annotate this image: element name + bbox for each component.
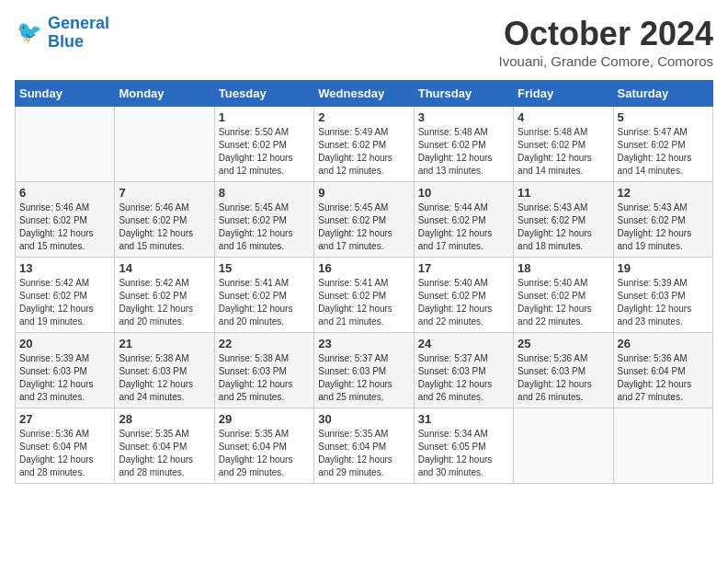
day-info: Sunrise: 5:35 AMSunset: 6:04 PMDaylight:… [318,428,409,479]
day-number: 10 [418,186,509,200]
day-number: 29 [219,412,310,426]
day-info: Sunrise: 5:42 AMSunset: 6:02 PMDaylight:… [119,277,210,328]
month-title: October 2024 [499,15,713,53]
day-info: Sunrise: 5:40 AMSunset: 6:02 PMDaylight:… [518,277,609,328]
day-info: Sunrise: 5:42 AMSunset: 6:02 PMDaylight:… [19,277,110,328]
calendar-week-row: 6 Sunrise: 5:46 AMSunset: 6:02 PMDayligh… [16,182,713,258]
day-number: 16 [318,261,409,275]
day-number: 12 [618,186,709,200]
day-number: 31 [418,412,509,426]
calendar-cell: 15 Sunrise: 5:41 AMSunset: 6:02 PMDaylig… [214,258,313,333]
day-number: 6 [19,186,110,200]
day-number: 17 [418,261,509,275]
calendar-cell: 17 Sunrise: 5:40 AMSunset: 6:02 PMDaylig… [414,258,513,333]
day-number: 1 [219,110,310,124]
calendar-week-row: 27 Sunrise: 5:36 AMSunset: 6:04 PMDaylig… [16,408,713,484]
day-number: 7 [119,186,210,200]
header-day: Thursday [414,81,513,107]
day-info: Sunrise: 5:49 AMSunset: 6:02 PMDaylight:… [318,126,409,178]
header-row: SundayMondayTuesdayWednesdayThursdayFrid… [16,81,713,107]
day-info: Sunrise: 5:35 AMSunset: 6:04 PMDaylight:… [219,428,310,479]
day-info: Sunrise: 5:47 AMSunset: 6:02 PMDaylight:… [618,126,709,178]
calendar-cell [613,408,712,484]
calendar-week-row: 13 Sunrise: 5:42 AMSunset: 6:02 PMDaylig… [16,258,713,333]
calendar-cell: 27 Sunrise: 5:36 AMSunset: 6:04 PMDaylig… [16,408,115,484]
calendar-week-row: 20 Sunrise: 5:39 AMSunset: 6:03 PMDaylig… [16,333,713,408]
day-number: 9 [318,186,409,200]
day-info: Sunrise: 5:37 AMSunset: 6:03 PMDaylight:… [318,352,409,404]
calendar-cell: 11 Sunrise: 5:43 AMSunset: 6:02 PMDaylig… [514,182,613,258]
day-info: Sunrise: 5:48 AMSunset: 6:02 PMDaylight:… [418,126,509,178]
calendar-cell: 1 Sunrise: 5:50 AMSunset: 6:02 PMDayligh… [214,107,313,182]
calendar-cell: 31 Sunrise: 5:34 AMSunset: 6:05 PMDaylig… [414,408,513,484]
day-number: 4 [518,110,609,124]
calendar-cell: 23 Sunrise: 5:37 AMSunset: 6:03 PMDaylig… [314,333,414,408]
calendar-cell [16,107,115,182]
day-info: Sunrise: 5:35 AMSunset: 6:04 PMDaylight:… [119,428,210,479]
day-number: 22 [219,337,310,350]
calendar-cell: 19 Sunrise: 5:39 AMSunset: 6:03 PMDaylig… [613,258,712,333]
calendar-cell: 5 Sunrise: 5:47 AMSunset: 6:02 PMDayligh… [613,107,712,182]
day-number: 18 [518,261,609,275]
logo-text: General Blue [48,15,109,52]
calendar-cell: 28 Sunrise: 5:35 AMSunset: 6:04 PMDaylig… [115,408,214,484]
location-title: Ivouani, Grande Comore, Comoros [499,53,713,69]
calendar-cell: 13 Sunrise: 5:42 AMSunset: 6:02 PMDaylig… [16,258,115,333]
day-number: 28 [119,412,210,426]
calendar-cell: 21 Sunrise: 5:38 AMSunset: 6:03 PMDaylig… [115,333,214,408]
day-number: 26 [618,337,709,350]
day-info: Sunrise: 5:48 AMSunset: 6:02 PMDaylight:… [518,126,609,178]
calendar-cell: 24 Sunrise: 5:37 AMSunset: 6:03 PMDaylig… [414,333,513,408]
day-info: Sunrise: 5:38 AMSunset: 6:03 PMDaylight:… [219,352,310,404]
calendar-cell: 3 Sunrise: 5:48 AMSunset: 6:02 PMDayligh… [414,107,513,182]
day-number: 3 [418,110,509,124]
header-day: Tuesday [214,81,313,107]
day-number: 21 [119,337,210,350]
calendar-cell: 18 Sunrise: 5:40 AMSunset: 6:02 PMDaylig… [514,258,613,333]
day-info: Sunrise: 5:46 AMSunset: 6:02 PMDaylight:… [119,201,210,253]
day-info: Sunrise: 5:41 AMSunset: 6:02 PMDaylight:… [318,277,409,328]
day-info: Sunrise: 5:46 AMSunset: 6:02 PMDaylight:… [19,201,110,253]
calendar-cell: 2 Sunrise: 5:49 AMSunset: 6:02 PMDayligh… [314,107,414,182]
calendar-cell: 25 Sunrise: 5:36 AMSunset: 6:03 PMDaylig… [514,333,613,408]
calendar-cell: 12 Sunrise: 5:43 AMSunset: 6:02 PMDaylig… [613,182,712,258]
calendar-cell: 10 Sunrise: 5:44 AMSunset: 6:02 PMDaylig… [414,182,513,258]
logo-icon: 🐦 [15,18,44,48]
calendar-cell: 26 Sunrise: 5:36 AMSunset: 6:04 PMDaylig… [613,333,712,408]
calendar-cell: 22 Sunrise: 5:38 AMSunset: 6:03 PMDaylig… [214,333,313,408]
day-info: Sunrise: 5:45 AMSunset: 6:02 PMDaylight:… [219,201,310,253]
logo: 🐦 General Blue [15,15,109,52]
day-number: 15 [219,261,310,275]
header-day: Wednesday [314,81,414,107]
calendar-cell: 14 Sunrise: 5:42 AMSunset: 6:02 PMDaylig… [115,258,214,333]
day-number: 13 [19,261,110,275]
day-number: 2 [318,110,409,124]
day-info: Sunrise: 5:39 AMSunset: 6:03 PMDaylight:… [618,277,709,328]
calendar-cell: 6 Sunrise: 5:46 AMSunset: 6:02 PMDayligh… [16,182,115,258]
day-number: 24 [418,337,509,350]
day-number: 27 [19,412,110,426]
day-info: Sunrise: 5:36 AMSunset: 6:03 PMDaylight:… [518,352,609,404]
title-block: October 2024 Ivouani, Grande Comore, Com… [499,15,713,69]
day-number: 19 [618,261,709,275]
calendar-cell [115,107,214,182]
calendar-cell: 9 Sunrise: 5:45 AMSunset: 6:02 PMDayligh… [314,182,414,258]
day-number: 5 [618,110,709,124]
page-header: 🐦 General Blue October 2024 Ivouani, Gra… [15,15,713,69]
day-info: Sunrise: 5:41 AMSunset: 6:02 PMDaylight:… [219,277,310,328]
day-info: Sunrise: 5:36 AMSunset: 6:04 PMDaylight:… [19,428,110,479]
header-day: Friday [514,81,613,107]
day-info: Sunrise: 5:36 AMSunset: 6:04 PMDaylight:… [618,352,709,404]
calendar-cell: 30 Sunrise: 5:35 AMSunset: 6:04 PMDaylig… [314,408,414,484]
day-number: 25 [518,337,609,350]
calendar-cell: 29 Sunrise: 5:35 AMSunset: 6:04 PMDaylig… [214,408,313,484]
day-info: Sunrise: 5:38 AMSunset: 6:03 PMDaylight:… [119,352,210,404]
calendar-table: SundayMondayTuesdayWednesdayThursdayFrid… [15,80,713,484]
day-info: Sunrise: 5:40 AMSunset: 6:02 PMDaylight:… [418,277,509,328]
svg-text:🐦: 🐦 [17,19,42,44]
header-day: Saturday [613,81,712,107]
day-info: Sunrise: 5:45 AMSunset: 6:02 PMDaylight:… [318,201,409,253]
day-info: Sunrise: 5:39 AMSunset: 6:03 PMDaylight:… [19,352,110,404]
calendar-cell: 20 Sunrise: 5:39 AMSunset: 6:03 PMDaylig… [16,333,115,408]
header-day: Monday [115,81,214,107]
